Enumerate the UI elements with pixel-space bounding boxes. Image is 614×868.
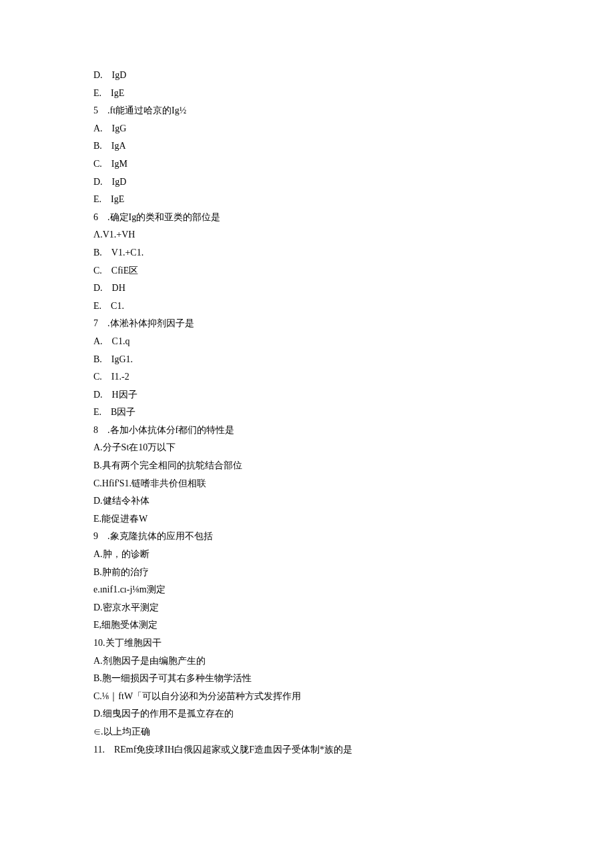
text-line: C. I1.-2 bbox=[93, 368, 521, 386]
text-line: D. IgD bbox=[93, 173, 521, 191]
document-content: D. IgD E. IgE 5 .ft能通过哈京的Ig½ A. IgG B. I… bbox=[0, 0, 614, 799]
text-line: 9 .象克隆抗体的应用不包括 bbox=[93, 528, 521, 546]
text-line: E. IgE bbox=[93, 191, 521, 209]
text-line: E. IgE bbox=[93, 85, 521, 103]
text-line: ∈.以上均正确 bbox=[93, 723, 521, 741]
text-line: D.密京水平测定 bbox=[93, 599, 521, 617]
text-line: E.能促进春W bbox=[93, 510, 521, 528]
text-line: C. CfiE区 bbox=[93, 262, 521, 280]
text-line: A. IgG bbox=[93, 120, 521, 138]
text-line: E,细胞受体测定 bbox=[93, 616, 521, 634]
text-line: A.分子St在10万以下 bbox=[93, 439, 521, 457]
text-line: A.肿，的诊断 bbox=[93, 546, 521, 564]
text-line: 6 .确定Ig的类和亚类的部位是 bbox=[93, 209, 521, 227]
text-line: Λ.V1.+VH bbox=[93, 226, 521, 244]
text-line: A. C1.q bbox=[93, 333, 521, 351]
text-line: C. IgM bbox=[93, 155, 521, 173]
text-line: D. DH bbox=[93, 280, 521, 298]
text-line: B. IgG1. bbox=[93, 351, 521, 369]
text-line: D.健结令补体 bbox=[93, 492, 521, 510]
text-line: e.ınif1.cı-j⅛m测定 bbox=[93, 581, 521, 599]
text-line: B. V1.+C1. bbox=[93, 244, 521, 262]
text-line: 10.关丁维胞因干 bbox=[93, 634, 521, 653]
text-line: D. H因子 bbox=[93, 386, 521, 404]
text-line: 8 .各加小体抗体分f都们的特性是 bbox=[93, 422, 521, 440]
text-line: D.细曳因子的作用不是孤立存在的 bbox=[93, 705, 521, 723]
text-line: B.胞一细损因子可其右多种生物学活性 bbox=[93, 670, 521, 688]
text-line: 5 .ft能通过哈京的Ig½ bbox=[93, 102, 521, 120]
text-line: B.具有两个完全相同的抗鸵结合部位 bbox=[93, 457, 521, 475]
text-line: 7 .体淞补体抑剂因子是 bbox=[93, 315, 521, 333]
text-line: B. IgA bbox=[93, 137, 521, 155]
text-line: E. C1. bbox=[93, 298, 521, 316]
text-line: C.Hfif'S1.链嗜非共价但相联 bbox=[93, 475, 521, 493]
text-line: B.肿前的治疗 bbox=[93, 564, 521, 582]
text-line: A.剂胞因子是由编胞产生的 bbox=[93, 653, 521, 671]
text-line: E. B因子 bbox=[93, 404, 521, 422]
text-line: 11. REmf免疫球IH白俄囚超家或义胧F造血因子受体制*族的是 bbox=[93, 741, 521, 759]
text-line: D. IgD bbox=[93, 67, 521, 85]
text-line: C.⅛｜ftW「可以自分泌和为分泌苗种方式发挥作用 bbox=[93, 688, 521, 706]
